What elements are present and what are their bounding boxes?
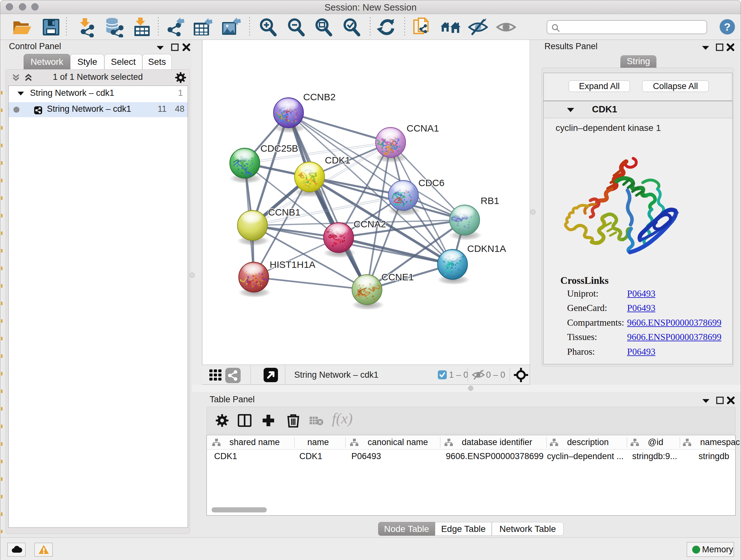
svg-text:CDC25B: CDC25B [260,143,298,153]
svg-text:CDK1: CDK1 [325,155,350,165]
svg-text:CCNA1: CCNA1 [407,123,439,133]
svg-text:CCNE1: CCNE1 [381,272,414,282]
svg-text:CDC6: CDC6 [418,178,445,188]
svg-text:CCNA2: CCNA2 [354,219,386,229]
svg-text:HIST1H1A: HIST1H1A [270,259,315,270]
svg-text:RB1: RB1 [481,195,499,206]
svg-text:CDKN1A: CDKN1A [467,243,506,254]
svg-text:CCNB1: CCNB1 [268,207,300,217]
svg-text:CCNB2: CCNB2 [303,91,336,102]
